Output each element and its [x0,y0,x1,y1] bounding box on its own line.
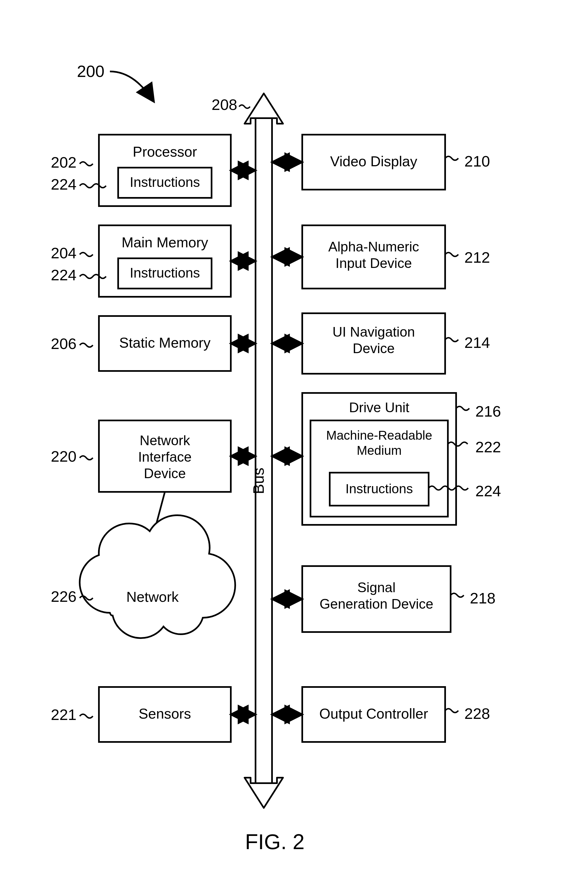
sgd-title-line1: Signal [357,580,396,595]
alpha-numeric-block: Alpha-Numeric Input Device [302,225,445,289]
drive-unit-title: Drive Unit [349,400,409,415]
figure-2-diagram: 200 Bus 208 Processor Instructions 202 2… [0,0,588,870]
signal-generation-block: Signal Generation Device [302,566,451,632]
output-controller-title: Output Controller [319,706,428,722]
bus-label: Bus [250,468,267,495]
video-display-title: Video Display [330,153,417,169]
ref-221: 221 [51,706,76,723]
nid-title-line3: Device [144,466,186,481]
squiggle-202 [80,162,93,166]
sensors-title: Sensors [139,706,191,722]
processor-title: Processor [133,144,197,159]
main-memory-instructions-label: Instructions [130,265,200,280]
squiggle-210 [445,156,458,160]
ref-202: 202 [51,153,76,171]
squiggle-221 [80,714,93,718]
nid-title-line1: Network [140,433,190,448]
processor-instructions-label: Instructions [130,174,200,190]
uin-title-line2: Device [353,341,395,356]
ref-222: 222 [475,438,501,456]
static-memory-block: Static Memory [99,316,231,371]
an-title-line2: Input Device [335,256,412,271]
static-memory-title: Static Memory [119,335,210,351]
ref-206: 206 [51,335,76,352]
mrm-title-line2: Medium [357,443,402,457]
ref-228: 228 [464,705,490,722]
ref-224-drive: 224 [475,482,501,500]
ref-212: 212 [464,249,490,266]
drive-unit-block: Drive Unit Machine-Readable Medium Instr… [302,393,456,525]
ref-220: 220 [51,448,76,465]
ref-214: 214 [464,334,490,351]
figure-caption: FIG. 2 [245,830,305,854]
squiggle-204 [80,253,93,256]
figure-ref-200: 200 [77,62,104,80]
leader-arrow-200 [110,72,154,102]
squiggle-214 [445,338,458,341]
ref-210: 210 [464,152,490,170]
network-interface-block: Network Interface Device [99,420,231,492]
svg-rect-0 [256,118,272,783]
squiggle-220 [80,456,93,460]
machine-readable-medium-block: Machine-Readable Medium Instructions [311,420,448,517]
ui-navigation-block: UI Navigation Device [302,313,445,374]
ref-224-proc: 224 [51,176,76,193]
mrm-title-line1: Machine-Readable [326,428,432,442]
ref-226: 226 [51,588,76,605]
ref-216: 216 [475,402,501,420]
bus-ref: 208 [211,96,237,113]
processor-block: Processor Instructions [99,135,231,206]
squiggle-216 [456,407,469,410]
network-label: Network [127,589,179,605]
squiggle-206 [80,343,93,347]
sgd-title-line2: Generation Device [320,596,433,612]
squiggle-228 [445,709,458,712]
ref-204: 204 [51,244,76,262]
ref-218: 218 [470,590,496,607]
main-memory-title: Main Memory [122,234,208,250]
main-memory-block: Main Memory Instructions [99,225,231,297]
bus-ref-squiggle [239,105,250,108]
squiggle-212 [445,253,458,256]
bus: Bus [244,94,283,808]
output-controller-block: Output Controller [302,687,445,742]
network-cloud: Network [80,515,235,638]
nid-title-line2: Interface [138,449,192,465]
uin-title-line1: UI Navigation [332,324,415,340]
an-title-line1: Alpha-Numeric [328,239,419,255]
sensors-block: Sensors [99,687,231,742]
drive-unit-instructions-box: Instructions [330,473,429,506]
drive-unit-instructions-label: Instructions [345,481,413,496]
ref-224-mem: 224 [51,266,76,284]
video-display-block: Video Display [302,135,445,189]
squiggle-218 [451,593,464,597]
